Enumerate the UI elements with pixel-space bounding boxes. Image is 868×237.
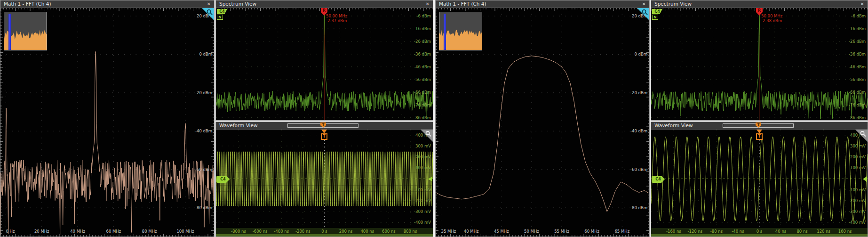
fft-preview-thumbnail[interactable] [439, 12, 482, 50]
svg-text:-86 dBm: -86 dBm [414, 115, 431, 120]
trace-mode-badge[interactable]: N [652, 15, 658, 20]
trigger-arrow-icon[interactable] [321, 130, 327, 133]
close-icon[interactable]: ✕ [860, 0, 864, 8]
svg-text:40 MHz: 40 MHz [464, 229, 479, 234]
spectrum-window-titlebar[interactable]: Spectrum View ✕ [651, 0, 868, 8]
close-icon[interactable]: ✕ [207, 0, 211, 8]
svg-text:40 ns: 40 ns [775, 229, 787, 234]
close-icon[interactable]: ✕ [642, 0, 646, 8]
svg-text:0 Hz: 0 Hz [6, 229, 15, 234]
svg-text:200 mV: 200 mV [415, 155, 431, 159]
svg-text:-60 dBm: -60 dBm [195, 167, 212, 172]
svg-text:-6 dBm: -6 dBm [416, 14, 431, 18]
svg-text:-40 dBm: -40 dBm [630, 129, 647, 133]
spectrum-window-title: Spectrum View [654, 1, 692, 7]
svg-text:-160 ns: -160 ns [666, 229, 681, 234]
fft-preview-image [439, 12, 482, 50]
fft-preview-thumbnail[interactable] [4, 12, 47, 50]
svg-text:0 dBm: 0 dBm [634, 52, 647, 57]
fft-window: Math 1 - FFT (Ch 4) ✕ 20 dBm0 dBm-20 dBm… [0, 0, 215, 237]
fft-preview-image [4, 12, 47, 50]
svg-text:40 MHz: 40 MHz [70, 229, 85, 234]
svg-text:-6 dBm: -6 dBm [851, 14, 866, 18]
svg-text:-400 mV: -400 mV [414, 220, 431, 225]
trace-mode-badge[interactable]: N [217, 15, 223, 20]
waveform-chart: 400 mV300 mV200 mV100 mV-100 mV-200 mV-3… [651, 130, 868, 237]
svg-text:160 ns: 160 ns [838, 229, 852, 234]
fft-window: Math 1 - FFT (Ch 4) ✕ 20 dBm0 dBm-20 dBm… [435, 0, 650, 237]
svg-text:-200 mV: -200 mV [414, 198, 431, 203]
svg-text:0 s: 0 s [321, 229, 327, 234]
svg-text:20 MHz: 20 MHz [34, 229, 49, 234]
waveform-window: Waveform View T 400 mV300 mV200 mV100 mV… [651, 122, 868, 237]
spectrum-window-title: Spectrum View [219, 1, 256, 7]
svg-text:-16 dBm: -16 dBm [849, 26, 866, 31]
fft-window-title: Math 1 - FFT (Ch 4) [4, 1, 51, 7]
svg-text:-200 mV: -200 mV [849, 198, 866, 203]
svg-text:45 MHz: 45 MHz [494, 229, 509, 234]
svg-text:-56 dBm: -56 dBm [414, 77, 431, 82]
svg-text:-46 dBm: -46 dBm [849, 65, 866, 69]
svg-text:-120 ns: -120 ns [687, 229, 702, 234]
fft-window-titlebar[interactable]: Math 1 - FFT (Ch 4) ✕ [436, 0, 649, 8]
waveform-window-titlebar[interactable]: Waveform View T [651, 122, 868, 130]
svg-text:-100 mV: -100 mV [414, 188, 431, 192]
svg-text:-56 dBm: -56 dBm [849, 77, 866, 82]
fft-window-title: Math 1 - FFT (Ch 4) [439, 1, 486, 7]
svg-text:-66 dBm: -66 dBm [849, 90, 866, 95]
svg-text:200 mV: 200 mV [850, 155, 866, 159]
waveform-window-titlebar[interactable]: Waveform View T [216, 122, 433, 130]
svg-text:-60 dBm: -60 dBm [630, 167, 647, 172]
svg-text:300 mV: 300 mV [415, 144, 431, 148]
svg-text:-80 ns: -80 ns [710, 229, 723, 234]
marker-frequency: 50.00 MHz [326, 14, 347, 18]
svg-text:-86 dBm: -86 dBm [849, 115, 866, 120]
trigger-badge[interactable]: T [321, 133, 327, 140]
fft-window-titlebar[interactable]: Math 1 - FFT (Ch 4) ✕ [0, 0, 214, 8]
close-icon[interactable]: ✕ [426, 0, 430, 8]
svg-text:-300 mV: -300 mV [849, 209, 866, 214]
fft-plot-area: 20 dBm0 dBm-20 dBm-40 dBm-60 dBm-80 dBm0… [0, 8, 214, 237]
svg-text:400 ns: 400 ns [360, 229, 374, 234]
svg-text:80 ns: 80 ns [796, 229, 808, 234]
svg-text:55 MHz: 55 MHz [554, 229, 569, 234]
svg-text:-200 ns: -200 ns [295, 229, 311, 234]
svg-text:800 ns: 800 ns [404, 229, 417, 234]
svg-text:-20 dBm: -20 dBm [195, 90, 212, 95]
svg-text:80 MHz: 80 MHz [142, 229, 157, 234]
spectrum-window: Spectrum View ✕ -6 dBm-16 dBm-26 dBm-36 … [215, 0, 433, 121]
svg-text:100 mV: 100 mV [415, 165, 431, 170]
svg-text:-40 ns: -40 ns [732, 229, 744, 234]
svg-text:35 MHz: 35 MHz [441, 229, 456, 234]
svg-text:-40 dBm: -40 dBm [195, 129, 212, 133]
svg-text:100 MHz: 100 MHz [176, 229, 194, 234]
spectrum-window-titlebar[interactable]: Spectrum View ✕ [216, 0, 433, 8]
svg-text:-16 dBm: -16 dBm [414, 26, 431, 31]
spectrum-plot-area: -6 dBm-16 dBm-26 dBm-36 dBm-46 dBm-56 dB… [651, 8, 868, 120]
svg-text:0 dBm: 0 dBm [199, 52, 212, 57]
svg-text:300 mV: 300 mV [850, 144, 866, 148]
trigger-arrow-icon[interactable] [757, 130, 762, 133]
svg-text:-20 dBm: -20 dBm [630, 90, 647, 95]
ground-level-arrow-icon[interactable] [428, 176, 432, 182]
ground-level-arrow-icon[interactable] [863, 176, 867, 182]
svg-text:-76 dBm: -76 dBm [414, 103, 431, 107]
spectrum-window: Spectrum View ✕ -6 dBm-16 dBm-26 dBm-36 … [651, 0, 868, 121]
spectrum-plot-area: -6 dBm-16 dBm-26 dBm-36 dBm-46 dBm-56 dB… [216, 8, 433, 120]
trigger-badge[interactable]: T [756, 133, 763, 140]
waveform-window: Waveform View T 400 mV300 mV200 mV100 mV… [215, 122, 433, 237]
svg-text:-36 dBm: -36 dBm [849, 52, 866, 57]
svg-text:-80 dBm: -80 dBm [195, 205, 212, 210]
svg-text:-80 dBm: -80 dBm [630, 205, 647, 210]
marker-frequency: 50.00 MHz [761, 14, 782, 18]
svg-text:120 ns: 120 ns [817, 229, 830, 234]
svg-text:-600 ns: -600 ns [253, 229, 268, 234]
svg-text:0 s: 0 s [757, 229, 763, 234]
svg-text:-46 dBm: -46 dBm [414, 65, 431, 69]
marker-readout: 50.00 MHz -2.38 dBm [761, 14, 782, 23]
waveform-window-title: Waveform View [654, 123, 693, 128]
marker-amplitude: -2.37 dBm [326, 18, 347, 23]
waveform-window-title: Waveform View [219, 123, 258, 128]
fft-plot-area: 20 dBm0 dBm-20 dBm-40 dBm-60 dBm-80 dBm3… [436, 8, 649, 237]
svg-text:-100 mV: -100 mV [849, 188, 866, 192]
